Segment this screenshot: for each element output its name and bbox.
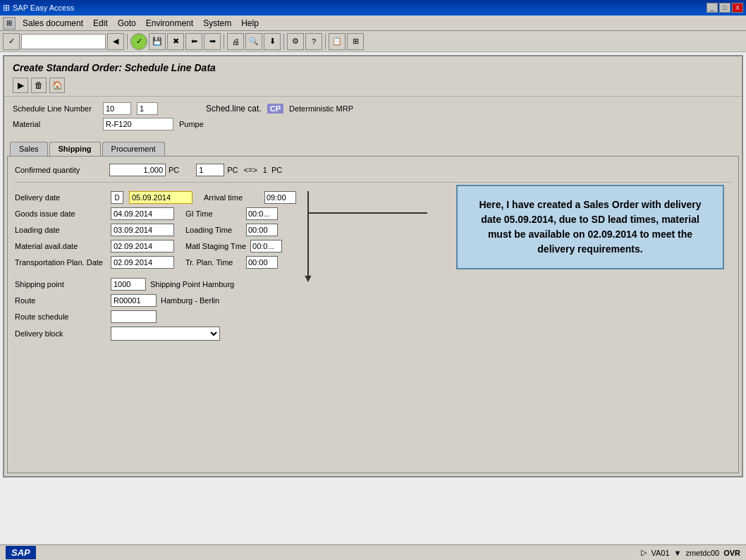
tr-plan-time-input[interactable]	[246, 256, 278, 269]
title-bar-buttons: _ □ X	[707, 3, 743, 13]
qty2-input[interactable]	[196, 164, 224, 176]
menu-sales-document[interactable]: Sales document	[18, 17, 87, 30]
delivery-date-flag: D	[111, 191, 123, 204]
undo-btn[interactable]: ✖	[167, 33, 184, 50]
new-session-btn[interactable]: 📋	[329, 33, 346, 50]
delivery-block-row: Delivery block	[15, 327, 731, 341]
loading-time-label: Loading Time	[185, 226, 242, 234]
page-home-btn[interactable]: 🏠	[49, 78, 65, 93]
app-menu-icon[interactable]: ⊞	[3, 17, 16, 30]
triangle-icon: ▷	[641, 548, 647, 557]
loading-date-label: Loading date	[15, 226, 106, 234]
title-bar: ⊞ SAP Easy Access _ □ X	[0, 0, 746, 16]
arrow-head: ▼	[302, 272, 314, 285]
find-btn[interactable]: 🔍	[245, 33, 262, 50]
delivery-block-select[interactable]	[111, 327, 220, 341]
menu-system[interactable]: System	[199, 17, 236, 30]
tr-plan-time-label: Tr. Plan. Time	[185, 258, 242, 267]
enter-button[interactable]: ✓	[130, 33, 147, 50]
nav-fwd[interactable]: ➡	[204, 33, 221, 50]
title-bar-text: SAP Easy Access	[13, 4, 74, 12]
menu-help[interactable]: Help	[237, 17, 263, 30]
status-bar: SAP ▷ VA01 ▼ zmetdc00 OVR	[0, 544, 746, 560]
command-field[interactable]	[21, 34, 106, 49]
loading-date-input[interactable]	[111, 224, 174, 236]
loading-time-input[interactable]	[246, 224, 278, 236]
route-schedule-input[interactable]	[111, 310, 157, 323]
qty3-val: 1	[263, 166, 267, 174]
minimize-button[interactable]: _	[707, 3, 718, 13]
layout-btn[interactable]: ⊞	[347, 33, 364, 50]
qty-op: <=>	[244, 166, 257, 174]
transport-plan-input[interactable]	[111, 256, 174, 269]
tab-shipping[interactable]: Shipping	[49, 142, 101, 156]
arrival-time-input[interactable]	[264, 191, 296, 204]
close-button[interactable]: X	[732, 3, 743, 13]
find-next-btn[interactable]: ⬇	[264, 33, 281, 50]
shipping-point-desc: Shipping Point Hamburg	[150, 280, 234, 288]
delivery-date-input[interactable]	[129, 191, 192, 204]
confirmed-qty-unit: PC	[169, 166, 179, 174]
print-btn[interactable]: 🖨	[227, 33, 244, 50]
tab-panel-shipping: Confirmed quantity PC PC <=> 1 PC Delive…	[7, 156, 739, 473]
page-delete-btn[interactable]: 🗑	[31, 78, 47, 93]
save-button[interactable]: 💾	[149, 33, 166, 50]
schedule-line-input1[interactable]	[103, 102, 131, 115]
page-back-btn[interactable]: ▶	[13, 78, 28, 93]
system-info: VA01	[651, 549, 669, 557]
schedule-line-row: Schedule Line Number Sched.line cat. CP …	[13, 102, 733, 115]
route-label: Route	[15, 296, 106, 305]
transport-plan-label: Transportation Plan. Date	[15, 258, 106, 267]
confirmed-qty-label: Confirmed quantity	[15, 166, 106, 174]
tab-sales[interactable]: Sales	[10, 142, 48, 156]
form-area: Schedule Line Number Sched.line cat. CP …	[4, 97, 742, 139]
sep4	[325, 34, 326, 49]
gi-time-input[interactable]	[246, 207, 278, 220]
page-title: Create Standard Order: Schedule Line Dat…	[13, 62, 733, 73]
matl-staging-input[interactable]	[250, 240, 282, 252]
main-content: Create Standard Order: Schedule Line Dat…	[3, 55, 743, 477]
material-label: Material	[13, 120, 97, 128]
tabs-container: Sales Shipping Procurement	[4, 139, 742, 156]
page-header: Create Standard Order: Schedule Line Dat…	[4, 56, 742, 97]
confirmed-qty-input[interactable]	[109, 164, 166, 176]
mode-badge: OVR	[723, 549, 740, 557]
menu-edit[interactable]: Edit	[89, 17, 112, 30]
route-input[interactable]	[111, 294, 157, 307]
qty3-unit: PC	[271, 166, 282, 174]
goods-issue-input[interactable]	[111, 207, 174, 220]
tab-procurement[interactable]: Procurement	[102, 142, 165, 156]
material-row: Material Pumpe	[13, 118, 733, 130]
material-input[interactable]	[103, 118, 173, 130]
arrow-line-horizontal	[307, 212, 427, 214]
sched-line-cat-badge: CP	[267, 104, 283, 114]
settings-btn[interactable]: ⚙	[287, 33, 304, 50]
schedule-line-input2[interactable]	[137, 102, 158, 115]
route-schedule-label: Route schedule	[15, 312, 106, 321]
menu-bar: ⊞ Sales document Edit Goto Environment S…	[0, 16, 746, 31]
route-desc: Hamburg - Berlin	[161, 296, 219, 305]
matl-avail-input[interactable]	[111, 240, 174, 252]
matl-staging-label: Matl Staging Tme	[185, 242, 246, 250]
sap-logo: SAP	[6, 546, 36, 559]
sep3	[283, 34, 284, 49]
page-toolbar: ▶ 🗑 🏠	[13, 78, 733, 93]
sep1	[127, 34, 128, 49]
shipping-point-input[interactable]	[111, 278, 146, 291]
status-sep1: ▼	[674, 549, 682, 557]
sep2	[224, 34, 224, 49]
prev-button[interactable]: ◀	[107, 33, 124, 50]
delivery-block-label: Delivery block	[15, 329, 106, 338]
gi-time-label: GI Time	[185, 209, 242, 218]
status-right: ▷ VA01 ▼ zmetdc00 OVR	[641, 548, 740, 557]
nav-back[interactable]: ⬅	[185, 33, 202, 50]
route-row: Route Hamburg - Berlin	[15, 294, 731, 307]
help-btn[interactable]: ?	[305, 33, 322, 50]
menu-environment[interactable]: Environment	[142, 17, 197, 30]
shipping-point-label: Shipping point	[15, 280, 106, 288]
toolbar: ✓ ◀ ✓ 💾 ✖ ⬅ ➡ 🖨 🔍 ⬇ ⚙ ? 📋 ⊞	[0, 31, 746, 52]
maximize-button[interactable]: □	[719, 3, 730, 13]
back-button[interactable]: ✓	[3, 33, 20, 50]
delivery-date-label: Delivery date	[15, 193, 106, 202]
menu-goto[interactable]: Goto	[114, 17, 140, 30]
